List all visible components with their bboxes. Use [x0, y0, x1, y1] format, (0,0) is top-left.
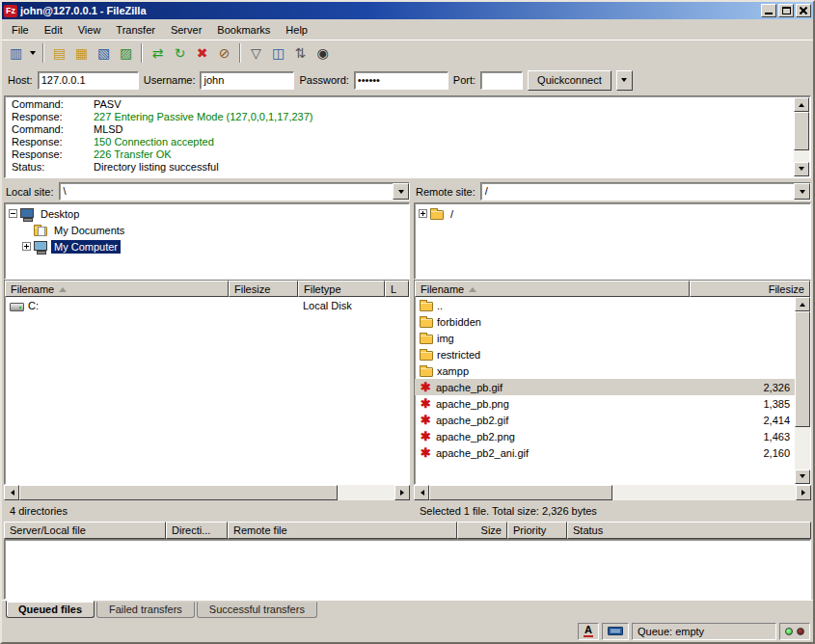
local-list-horizontal-scrollbar[interactable] [4, 485, 410, 500]
scrollbar-track[interactable] [794, 150, 809, 162]
file-row-apache-pb2-png[interactable]: apache_pb2.png 1,463 [415, 428, 795, 444]
expand-icon[interactable] [419, 209, 427, 218]
titlebar[interactable]: Fz john@127.0.0.1 - FileZilla [2, 2, 813, 19]
tab-failed-transfers[interactable]: Failed transfers [96, 602, 195, 618]
scroll-down-button[interactable] [795, 470, 810, 484]
toggle-remote-tree-icon[interactable]: ▧ [93, 42, 115, 64]
local-site-value: \ [60, 183, 393, 200]
file-row-xampp[interactable]: xampp [415, 362, 795, 379]
port-input[interactable] [480, 71, 523, 90]
remote-directory-tree: / [414, 202, 811, 280]
scroll-down-button[interactable] [794, 162, 809, 176]
password-input[interactable] [354, 71, 448, 90]
scroll-right-button[interactable] [796, 485, 811, 500]
log-line: Response:150 Connection accepted [5, 136, 793, 148]
scrollbar-track[interactable] [612, 485, 796, 500]
reconnect-icon[interactable]: ↻ [169, 42, 191, 64]
column-header-status[interactable]: Status [567, 522, 811, 539]
column-header-filetype[interactable]: Filetype [298, 281, 385, 297]
file-row-restricted[interactable]: restricted [415, 346, 795, 362]
file-name: xampp [437, 365, 469, 377]
column-header-remote-file[interactable]: Remote file [228, 522, 457, 539]
refresh-icon[interactable]: ⇄ [147, 42, 169, 64]
log-vertical-scrollbar[interactable] [794, 97, 809, 176]
file-row-parent-dir[interactable]: .. [415, 297, 795, 313]
username-input[interactable] [200, 71, 294, 90]
scroll-left-button[interactable] [414, 485, 429, 500]
tab-successful-transfers[interactable]: Successful transfers [197, 602, 317, 618]
tab-queued-files[interactable]: Queued files [6, 601, 95, 618]
menu-bookmarks[interactable]: Bookmarks [209, 21, 278, 39]
column-header-direction[interactable]: Directi... [166, 522, 228, 539]
menu-view[interactable]: View [70, 21, 109, 39]
tree-item-my-documents[interactable]: My Documents [5, 222, 409, 238]
file-row-img[interactable]: img [415, 330, 795, 346]
synchronized-browsing-icon[interactable]: ⇅ [289, 42, 312, 64]
column-header-server-local-file[interactable]: Server/Local file [4, 522, 166, 539]
scroll-right-button[interactable] [394, 485, 410, 500]
menu-file[interactable]: File [4, 21, 37, 39]
file-row-forbidden[interactable]: forbidden [415, 313, 795, 330]
scroll-up-button[interactable] [795, 297, 810, 311]
remote-site-combobox[interactable]: / [480, 182, 811, 201]
site-manager-dropdown-button[interactable] [27, 42, 39, 64]
file-row-apache-pb-png[interactable]: apache_pb.png 1,385 [415, 395, 795, 412]
file-row-apache-pb-gif[interactable]: apache_pb.gif 2,326 [415, 379, 795, 395]
scrollbar-thumb[interactable] [429, 485, 612, 500]
menu-server[interactable]: Server [163, 21, 209, 39]
column-header-filesize[interactable]: Filesize [690, 281, 810, 297]
toggle-local-tree-icon[interactable]: ▦ [70, 42, 93, 64]
remote-list-vertical-scrollbar[interactable] [795, 297, 810, 484]
menu-edit[interactable]: Edit [37, 21, 70, 39]
disconnect-icon[interactable]: ⊘ [213, 42, 235, 64]
file-name: apache_pb.gif [436, 382, 503, 393]
filter-icon[interactable]: ▽ [245, 42, 267, 64]
menu-help[interactable]: Help [278, 21, 315, 39]
column-header-filename[interactable]: Filename [415, 281, 690, 297]
site-manager-icon[interactable]: ▥ [5, 42, 27, 64]
find-files-icon[interactable]: ◉ [312, 42, 334, 64]
local-site-combobox[interactable]: \ [59, 182, 410, 201]
file-size: 2,160 [690, 447, 795, 459]
tree-item-root[interactable]: / [415, 205, 810, 222]
expand-icon[interactable] [22, 242, 31, 251]
column-header-priority[interactable]: Priority [507, 522, 567, 539]
menu-transfer[interactable]: Transfer [108, 21, 163, 39]
image-file-icon [420, 397, 432, 410]
log-text: PASV [94, 98, 122, 111]
local-site-dropdown-button[interactable] [393, 183, 409, 200]
file-row-c-drive[interactable]: C: Local Disk [5, 297, 409, 313]
column-header-filename[interactable]: Filename [5, 281, 229, 297]
scrollbar-thumb[interactable] [795, 311, 810, 427]
column-header-filesize[interactable]: Filesize [229, 281, 298, 297]
toggle-transfer-queue-icon[interactable]: ▨ [115, 42, 137, 64]
column-header-size[interactable]: Size [457, 522, 507, 539]
scroll-left-button[interactable] [4, 485, 19, 500]
scrollbar-thumb[interactable] [19, 485, 338, 500]
sort-ascending-icon [469, 283, 476, 292]
tree-item-desktop[interactable]: Desktop [5, 205, 409, 222]
column-header-last-modified[interactable]: L [385, 281, 409, 297]
log-type: Command: [5, 123, 94, 136]
file-row-apache-pb2-gif[interactable]: apache_pb2.gif 2,414 [415, 412, 795, 428]
compare-directories-icon[interactable]: ◫ [267, 42, 289, 64]
remote-site-dropdown-button[interactable] [794, 183, 810, 200]
cancel-icon[interactable]: ✖ [191, 42, 213, 64]
scrollbar-track[interactable] [795, 427, 810, 470]
scroll-up-button[interactable] [794, 97, 809, 112]
tree-item-my-computer[interactable]: My Computer [5, 238, 409, 255]
quickconnect-button[interactable]: Quickconnect [528, 70, 611, 91]
toggle-message-log-icon[interactable]: ▤ [48, 42, 70, 64]
quickconnect-dropdown-button[interactable] [616, 70, 633, 91]
scrollbar-track[interactable] [338, 485, 394, 500]
maximize-button[interactable] [778, 4, 794, 17]
minimize-button[interactable] [761, 4, 776, 17]
collapse-icon[interactable] [9, 209, 17, 218]
app-icon: Fz [4, 5, 17, 17]
arrow-right-icon [400, 490, 407, 496]
scrollbar-thumb[interactable] [794, 112, 809, 150]
host-input[interactable] [38, 71, 139, 90]
close-button[interactable] [796, 4, 811, 17]
file-row-apache-pb2-ani-gif[interactable]: apache_pb2_ani.gif 2,160 [415, 444, 795, 461]
remote-list-horizontal-scrollbar[interactable] [414, 485, 811, 500]
